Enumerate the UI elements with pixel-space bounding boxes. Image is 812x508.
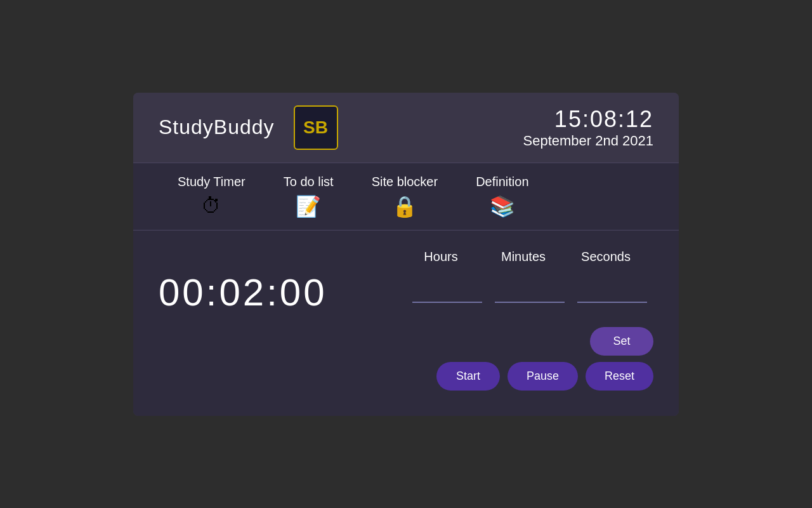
reset-button[interactable]: Reset: [586, 362, 653, 391]
seconds-input[interactable]: [577, 282, 647, 303]
nav-label-site-blocker: Site blocker: [372, 175, 438, 189]
nav-item-todo[interactable]: To do list 📝: [265, 163, 353, 230]
seconds-label: Seconds: [565, 250, 647, 264]
nav-icon-study-timer: ⏱: [201, 194, 221, 218]
hours-input[interactable]: [412, 282, 482, 303]
app-container: StudyBuddy SB 15:08:12 September 2nd 202…: [133, 93, 679, 416]
set-button[interactable]: Set: [590, 327, 653, 356]
main-content: Hours Minutes Seconds 00:02:00 Set Start…: [133, 231, 679, 416]
nav-icon-todo: 📝: [296, 194, 321, 218]
nav-item-definition[interactable]: Definition 📚: [457, 163, 547, 230]
start-button[interactable]: Start: [436, 362, 500, 391]
nav-label-study-timer: Study Timer: [178, 175, 246, 189]
set-row: Set: [159, 327, 653, 356]
timer-display: 00:02:00: [159, 271, 406, 314]
nav-item-study-timer[interactable]: Study Timer ⏱: [159, 163, 265, 229]
hours-label: Hours: [400, 250, 482, 264]
nav-icon-site-blocker: 🔒: [392, 194, 417, 218]
timer-row: 00:02:00: [159, 271, 653, 314]
nav-item-site-blocker[interactable]: Site blocker 🔒: [353, 163, 457, 230]
nav-icon-definition: 📚: [490, 194, 515, 218]
clock-time: 15:08:12: [523, 106, 654, 133]
nav-bar: Study Timer ⏱ To do list 📝 Site blocker …: [133, 163, 679, 231]
clock-date: September 2nd 2021: [523, 133, 654, 149]
buttons-row: Start Pause Reset: [159, 362, 653, 391]
nav-label-definition: Definition: [476, 175, 528, 189]
app-title: StudyBuddy: [159, 116, 275, 139]
logo-badge: SB: [294, 105, 338, 150]
minutes-input[interactable]: [495, 282, 565, 303]
timer-labels: Hours Minutes Seconds: [159, 250, 653, 264]
minutes-label: Minutes: [482, 250, 565, 264]
timer-inputs: [406, 282, 653, 303]
nav-label-todo: To do list: [284, 175, 334, 189]
pause-button[interactable]: Pause: [508, 362, 578, 391]
header-right: 15:08:12 September 2nd 2021: [523, 106, 654, 149]
logo-text: SB: [303, 117, 328, 138]
header-left: StudyBuddy SB: [159, 105, 338, 150]
header: StudyBuddy SB 15:08:12 September 2nd 202…: [133, 93, 679, 163]
